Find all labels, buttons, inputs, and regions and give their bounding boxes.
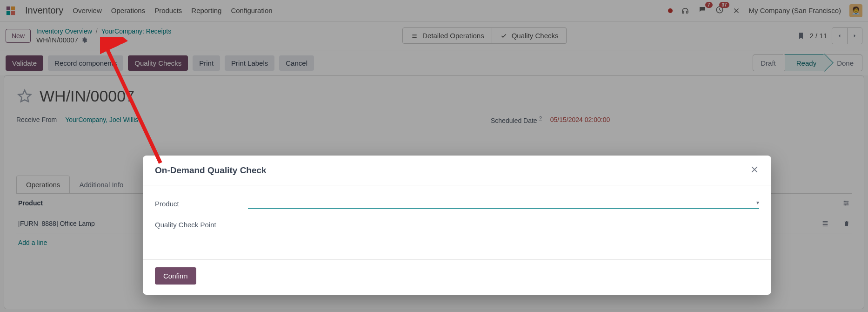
modal-close-icon[interactable] [750, 165, 759, 176]
modal-product-label: Product [155, 200, 248, 208]
modal-title: On-Demand Quality Check [155, 165, 267, 176]
modal-product-input[interactable]: ▾ [248, 198, 759, 209]
quality-check-modal: On-Demand Quality Check Product ▾ Qualit… [143, 156, 771, 295]
modal-qcp-label: Quality Check Point [155, 221, 248, 229]
dropdown-caret-icon: ▾ [756, 199, 759, 206]
modal-confirm-button[interactable]: Confirm [155, 267, 196, 285]
